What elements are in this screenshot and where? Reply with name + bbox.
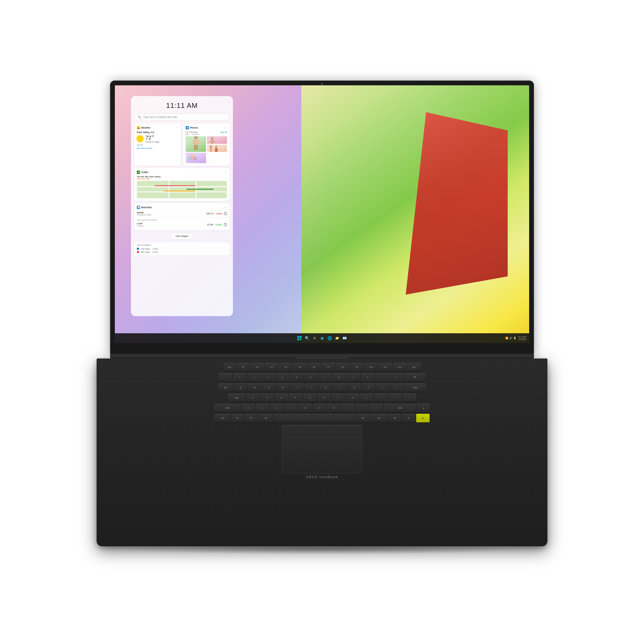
key-8[interactable]: 8 [333,373,346,382]
key-d[interactable]: D [275,393,288,403]
key-enter[interactable]: Enter [404,383,426,392]
key-win[interactable]: ⊞ [244,414,258,423]
key-f8[interactable]: F8 [336,363,349,372]
key-o[interactable]: O [347,383,361,392]
stock-row-1[interactable]: CTSP Contoso 23.98 +2.23% [137,222,227,228]
key-u[interactable]: U [319,383,332,392]
taskbar-task-view[interactable]: ⧉ [312,335,317,341]
key-lbracket[interactable]: [ [376,383,389,392]
map-container[interactable] [137,181,227,198]
key-g[interactable]: G [303,393,317,403]
key-h[interactable]: H [317,393,331,403]
key-q[interactable]: Q [234,383,247,392]
key-f6[interactable]: F6 [308,363,321,372]
taskbar-app-1[interactable]: 📁 [334,335,340,341]
key-k[interactable]: K [346,393,359,403]
watchlist-menu[interactable]: ··· [225,206,227,209]
key-3[interactable]: 3 [262,373,275,382]
taskbar-app-2[interactable]: 📧 [342,335,347,341]
key-minus[interactable]: - [375,373,389,382]
key-slash[interactable]: / [369,404,383,413]
key-f12[interactable]: F12 [393,363,406,372]
key-j[interactable]: J [332,393,345,403]
key-f1[interactable]: F1 [236,363,250,372]
touchpad[interactable] [282,425,362,473]
key-space[interactable] [274,414,354,423]
key-f2[interactable]: F2 [251,363,264,372]
key-esc[interactable]: Esc [224,363,236,372]
key-c[interactable]: C [270,404,283,413]
key-fn[interactable]: Fn [231,414,243,423]
see-forecast-link[interactable]: See full forecast [137,147,178,149]
key-f7[interactable]: F7 [322,363,335,372]
taskbar-widgets[interactable]: ▦ [319,335,325,341]
key-i[interactable]: I [333,383,347,392]
key-f3[interactable]: F3 [265,363,278,372]
key-x[interactable]: X [256,404,269,413]
key-tab[interactable]: Tab [218,383,233,392]
key-equals[interactable]: = [390,373,403,382]
photos-menu[interactable]: ··· [225,126,227,129]
key-4[interactable]: 4 [276,373,289,382]
key-p[interactable]: P [362,383,375,392]
key-e[interactable]: E [262,383,276,392]
story-item-1[interactable]: NBC News · 5 mins [137,250,227,254]
key-7[interactable]: 7 [319,373,332,382]
key-5[interactable]: 5 [290,373,303,382]
desktop[interactable]: 11:11 AM 🔍 Type here to search the web [115,85,529,343]
add-widgets-button[interactable]: Add widgets [171,233,193,239]
key-f5[interactable]: F5 [293,363,307,372]
key-z[interactable]: Z [241,404,255,413]
key-caps[interactable]: Caps [228,393,246,403]
key-2[interactable]: 2 [247,373,261,382]
key-r[interactable]: R [276,383,290,392]
stock-row-0[interactable]: WGRB Woodgrove Bank 435.75 -1.67% [137,211,227,217]
key-semicolon[interactable]: ; [374,393,388,403]
key-ctrl-right[interactable]: Ctrl [371,414,387,423]
key-0[interactable]: 0 [361,373,375,382]
key-s[interactable]: S [261,393,274,403]
key-alt-left[interactable]: Alt [258,414,273,423]
search-bar[interactable]: 🔍 Type here to search the web [134,114,230,121]
key-t[interactable]: T [291,383,304,392]
key-arrow-down[interactable]: ▼ [402,414,415,423]
photo-item-2[interactable] [207,136,227,144]
key-l[interactable]: L [360,393,374,403]
key-ctrl-left[interactable]: Ctrl [214,414,230,423]
key-f4[interactable]: F4 [279,363,292,372]
key-backslash[interactable]: \ [403,393,416,403]
key-period[interactable]: . [355,404,369,413]
traffic-menu[interactable]: ··· [225,171,227,174]
key-v[interactable]: V [284,404,298,413]
key-comma[interactable]: , [341,404,354,413]
key-alt-right[interactable]: Alt [355,414,370,423]
start-button[interactable] [297,335,302,341]
key-y[interactable]: Y [305,383,318,392]
system-clock[interactable]: 11:11 AM 4/7/2022 [518,336,526,341]
key-m[interactable]: M [327,404,340,413]
key-6[interactable]: 6 [304,373,318,382]
key-f9[interactable]: F9 [350,363,364,372]
key-f[interactable]: F [289,393,302,403]
key-shift-left[interactable]: Shift [214,404,241,413]
key-del[interactable]: Del [407,363,420,372]
key-f11[interactable]: F11 [379,363,392,372]
key-rbracket[interactable]: ] [390,383,404,392]
weather-menu[interactable]: ··· [176,126,178,129]
key-backtick[interactable]: ` [219,373,232,382]
photo-item-3[interactable] [207,145,227,152]
key-a[interactable]: A [246,393,260,403]
key-9[interactable]: 9 [347,373,360,382]
key-quote[interactable]: ' [389,393,402,403]
key-arrow-right[interactable]: ▶ [416,414,430,423]
key-shift-right[interactable]: Shift [384,404,416,413]
key-b[interactable]: B [298,404,312,413]
key-w[interactable]: W [248,383,261,392]
key-backspace[interactable]: ⌫ [404,373,425,382]
taskbar-edge[interactable]: 🌐 [327,335,332,341]
taskbar-search[interactable]: 🔍 [304,335,310,341]
key-arrow-up[interactable]: ▲ [417,404,430,413]
key-arrow-left[interactable]: ◀ [388,414,401,423]
story-item-0[interactable]: USA Today · 3 mins [137,247,227,250]
see-all-link[interactable]: See all [221,131,227,133]
